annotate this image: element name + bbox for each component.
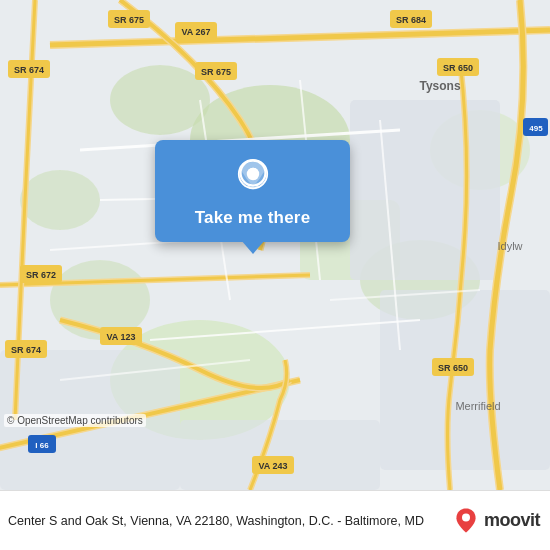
svg-rect-12 bbox=[180, 420, 380, 490]
svg-point-7 bbox=[20, 170, 100, 230]
svg-rect-10 bbox=[380, 290, 550, 470]
svg-text:I 66: I 66 bbox=[35, 441, 49, 450]
svg-text:SR 675: SR 675 bbox=[201, 67, 231, 77]
footer-text-block: Center S and Oak St, Vienna, VA 22180, W… bbox=[8, 511, 452, 531]
svg-text:SR 650: SR 650 bbox=[443, 63, 473, 73]
svg-point-60 bbox=[247, 168, 258, 179]
svg-text:SR 650: SR 650 bbox=[438, 363, 468, 373]
osm-credit-text: © OpenStreetMap contributors bbox=[7, 415, 143, 426]
svg-text:VA 267: VA 267 bbox=[181, 27, 210, 37]
moovit-brand-text: moovit bbox=[484, 510, 540, 531]
footer-address: Center S and Oak St, Vienna, VA 22180, W… bbox=[8, 514, 424, 528]
svg-text:VA 123: VA 123 bbox=[106, 332, 135, 342]
tooltip-bubble[interactable]: Take me there bbox=[155, 140, 350, 242]
location-pin-icon bbox=[233, 158, 273, 198]
map-container: VA 267 SR 684 SR 675 SR 675 495 I 66 SR … bbox=[0, 0, 550, 490]
take-me-there-button[interactable]: Take me there bbox=[195, 208, 311, 228]
svg-text:495: 495 bbox=[529, 124, 543, 133]
svg-text:SR 674: SR 674 bbox=[11, 345, 41, 355]
svg-text:SR 672: SR 672 bbox=[26, 270, 56, 280]
svg-text:SR 684: SR 684 bbox=[396, 15, 426, 25]
svg-rect-9 bbox=[350, 100, 500, 280]
moovit-pin-icon bbox=[452, 507, 480, 535]
footer-bar: Center S and Oak St, Vienna, VA 22180, W… bbox=[0, 490, 550, 550]
svg-point-61 bbox=[462, 513, 470, 521]
svg-text:Tysons: Tysons bbox=[419, 79, 460, 93]
svg-text:SR 674: SR 674 bbox=[14, 65, 44, 75]
moovit-logo: moovit bbox=[452, 507, 540, 535]
svg-text:SR 675: SR 675 bbox=[114, 15, 144, 25]
svg-text:Merrifield: Merrifield bbox=[455, 400, 500, 412]
svg-text:VA 243: VA 243 bbox=[258, 461, 287, 471]
svg-text:Idylw: Idylw bbox=[497, 240, 522, 252]
osm-credit: © OpenStreetMap contributors bbox=[4, 414, 146, 427]
